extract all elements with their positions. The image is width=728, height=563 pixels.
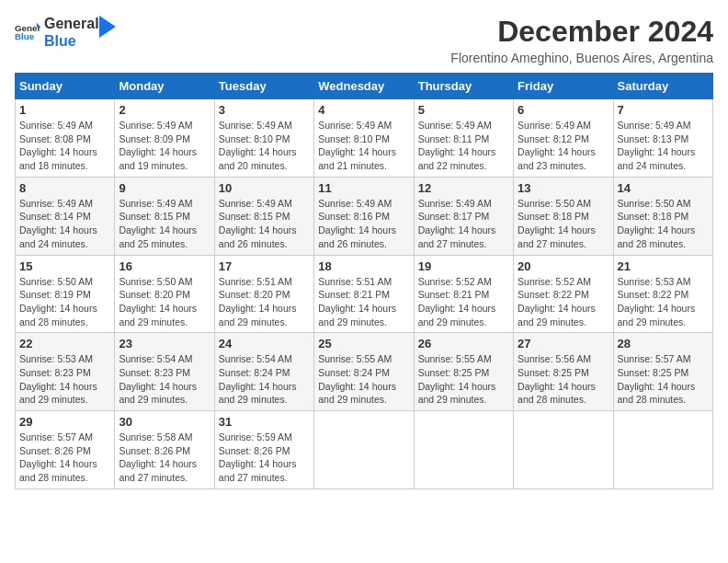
empty-cell	[314, 411, 414, 489]
day-number: 2	[119, 103, 210, 117]
day-detail: Sunrise: 5:51 AMSunset: 8:21 PMDaylight:…	[318, 275, 409, 329]
calendar-day-4: 4Sunrise: 5:49 AMSunset: 8:10 PMDaylight…	[314, 99, 414, 178]
calendar-table: SundayMondayTuesdayWednesdayThursdayFrid…	[15, 73, 713, 489]
calendar-day-6: 6Sunrise: 5:49 AMSunset: 8:12 PMDaylight…	[514, 99, 613, 178]
day-number: 31	[219, 415, 310, 429]
day-number: 9	[119, 181, 210, 195]
page-header: General Blue General Blue December 2024 …	[15, 15, 713, 65]
calendar-day-28: 28Sunrise: 5:57 AMSunset: 8:25 PMDayligh…	[613, 333, 712, 411]
calendar-day-25: 25Sunrise: 5:55 AMSunset: 8:24 PMDayligh…	[314, 333, 414, 411]
day-detail: Sunrise: 5:53 AMSunset: 8:22 PMDaylight:…	[618, 275, 709, 329]
calendar-day-30: 30Sunrise: 5:58 AMSunset: 8:26 PMDayligh…	[115, 411, 214, 489]
day-detail: Sunrise: 5:57 AMSunset: 8:25 PMDaylight:…	[618, 352, 709, 407]
calendar-day-9: 9Sunrise: 5:49 AMSunset: 8:15 PMDaylight…	[115, 177, 214, 255]
day-number: 8	[19, 181, 110, 195]
day-number: 12	[418, 181, 509, 195]
calendar-day-29: 29Sunrise: 5:57 AMSunset: 8:26 PMDayligh…	[16, 411, 115, 489]
day-detail: Sunrise: 5:49 AMSunset: 8:16 PMDaylight:…	[318, 197, 409, 251]
logo-arrow-icon	[99, 16, 116, 38]
day-number: 19	[418, 259, 509, 273]
day-number: 11	[318, 181, 409, 195]
day-detail: Sunrise: 5:58 AMSunset: 8:26 PMDaylight:…	[119, 431, 210, 485]
calendar-day-24: 24Sunrise: 5:54 AMSunset: 8:24 PMDayligh…	[214, 333, 313, 411]
day-number: 6	[518, 103, 609, 117]
day-detail: Sunrise: 5:55 AMSunset: 8:24 PMDaylight:…	[318, 352, 409, 407]
calendar-day-16: 16Sunrise: 5:50 AMSunset: 8:20 PMDayligh…	[115, 255, 214, 333]
day-number: 26	[418, 337, 509, 350]
calendar-day-20: 20Sunrise: 5:52 AMSunset: 8:22 PMDayligh…	[514, 255, 613, 333]
day-number: 20	[518, 259, 609, 273]
day-detail: Sunrise: 5:49 AMSunset: 8:10 PMDaylight:…	[318, 119, 409, 173]
calendar-day-12: 12Sunrise: 5:49 AMSunset: 8:17 PMDayligh…	[414, 177, 513, 255]
day-number: 30	[119, 415, 210, 429]
calendar-day-15: 15Sunrise: 5:50 AMSunset: 8:19 PMDayligh…	[16, 255, 115, 333]
day-number: 27	[518, 337, 609, 350]
day-number: 17	[219, 259, 310, 273]
calendar-day-17: 17Sunrise: 5:51 AMSunset: 8:20 PMDayligh…	[214, 255, 313, 333]
calendar-header-row: SundayMondayTuesdayWednesdayThursdayFrid…	[16, 74, 713, 99]
calendar-day-23: 23Sunrise: 5:54 AMSunset: 8:23 PMDayligh…	[115, 333, 214, 411]
day-number: 14	[618, 181, 709, 195]
page-title: December 2024	[450, 15, 713, 49]
day-detail: Sunrise: 5:51 AMSunset: 8:20 PMDaylight:…	[219, 275, 310, 329]
logo-blue: Blue	[44, 32, 99, 50]
day-detail: Sunrise: 5:52 AMSunset: 8:21 PMDaylight:…	[418, 275, 509, 329]
calendar-week-4: 22Sunrise: 5:53 AMSunset: 8:23 PMDayligh…	[16, 333, 713, 411]
day-number: 5	[418, 103, 509, 117]
day-detail: Sunrise: 5:49 AMSunset: 8:12 PMDaylight:…	[518, 119, 609, 173]
page-subtitle: Florentino Ameghino, Buenos Aires, Argen…	[450, 51, 713, 65]
empty-cell	[514, 411, 613, 489]
day-number: 22	[19, 337, 110, 350]
day-detail: Sunrise: 5:49 AMSunset: 8:13 PMDaylight:…	[618, 119, 709, 173]
svg-marker-3	[99, 16, 116, 38]
day-number: 1	[19, 103, 110, 117]
day-detail: Sunrise: 5:50 AMSunset: 8:18 PMDaylight:…	[618, 197, 709, 251]
day-detail: Sunrise: 5:52 AMSunset: 8:22 PMDaylight:…	[518, 275, 609, 329]
day-number: 13	[518, 181, 609, 195]
day-detail: Sunrise: 5:59 AMSunset: 8:26 PMDaylight:…	[219, 431, 310, 485]
day-detail: Sunrise: 5:56 AMSunset: 8:25 PMDaylight:…	[518, 352, 609, 407]
weekday-header-wednesday: Wednesday	[314, 74, 414, 99]
day-number: 10	[219, 181, 310, 195]
logo-icon: General Blue	[15, 19, 40, 45]
calendar-week-3: 15Sunrise: 5:50 AMSunset: 8:19 PMDayligh…	[16, 255, 713, 333]
day-detail: Sunrise: 5:53 AMSunset: 8:23 PMDaylight:…	[19, 352, 110, 407]
empty-cell	[613, 411, 712, 489]
day-detail: Sunrise: 5:49 AMSunset: 8:08 PMDaylight:…	[19, 119, 110, 173]
calendar-day-14: 14Sunrise: 5:50 AMSunset: 8:18 PMDayligh…	[613, 177, 712, 255]
day-number: 16	[119, 259, 210, 273]
calendar-week-2: 8Sunrise: 5:49 AMSunset: 8:14 PMDaylight…	[16, 177, 713, 255]
day-number: 24	[219, 337, 310, 350]
calendar-day-31: 31Sunrise: 5:59 AMSunset: 8:26 PMDayligh…	[214, 411, 313, 489]
weekday-header-sunday: Sunday	[16, 74, 115, 99]
weekday-header-thursday: Thursday	[414, 74, 513, 99]
day-number: 18	[318, 259, 409, 273]
calendar-week-1: 1Sunrise: 5:49 AMSunset: 8:08 PMDaylight…	[16, 99, 713, 178]
calendar-day-18: 18Sunrise: 5:51 AMSunset: 8:21 PMDayligh…	[314, 255, 414, 333]
calendar-day-3: 3Sunrise: 5:49 AMSunset: 8:10 PMDaylight…	[214, 99, 313, 178]
day-detail: Sunrise: 5:50 AMSunset: 8:19 PMDaylight:…	[19, 275, 110, 329]
title-area: December 2024 Florentino Ameghino, Bueno…	[450, 15, 713, 65]
calendar-day-11: 11Sunrise: 5:49 AMSunset: 8:16 PMDayligh…	[314, 177, 414, 255]
day-detail: Sunrise: 5:50 AMSunset: 8:20 PMDaylight:…	[119, 275, 210, 329]
weekday-header-monday: Monday	[115, 74, 214, 99]
logo-general: General	[44, 15, 99, 32]
calendar-day-5: 5Sunrise: 5:49 AMSunset: 8:11 PMDaylight…	[414, 99, 513, 178]
day-number: 29	[19, 415, 110, 429]
calendar-day-21: 21Sunrise: 5:53 AMSunset: 8:22 PMDayligh…	[613, 255, 712, 333]
logo: General Blue General Blue	[15, 15, 116, 50]
calendar-day-13: 13Sunrise: 5:50 AMSunset: 8:18 PMDayligh…	[514, 177, 613, 255]
day-number: 4	[318, 103, 409, 117]
calendar-day-22: 22Sunrise: 5:53 AMSunset: 8:23 PMDayligh…	[16, 333, 115, 411]
day-detail: Sunrise: 5:49 AMSunset: 8:15 PMDaylight:…	[219, 197, 310, 251]
calendar-day-26: 26Sunrise: 5:55 AMSunset: 8:25 PMDayligh…	[414, 333, 513, 411]
day-number: 28	[618, 337, 709, 350]
day-detail: Sunrise: 5:49 AMSunset: 8:15 PMDaylight:…	[119, 197, 210, 251]
svg-text:Blue: Blue	[15, 32, 35, 42]
empty-cell	[414, 411, 513, 489]
day-number: 15	[19, 259, 110, 273]
weekday-header-tuesday: Tuesday	[214, 74, 313, 99]
calendar-day-7: 7Sunrise: 5:49 AMSunset: 8:13 PMDaylight…	[613, 99, 712, 178]
day-detail: Sunrise: 5:49 AMSunset: 8:17 PMDaylight:…	[418, 197, 509, 251]
day-detail: Sunrise: 5:55 AMSunset: 8:25 PMDaylight:…	[418, 352, 509, 407]
